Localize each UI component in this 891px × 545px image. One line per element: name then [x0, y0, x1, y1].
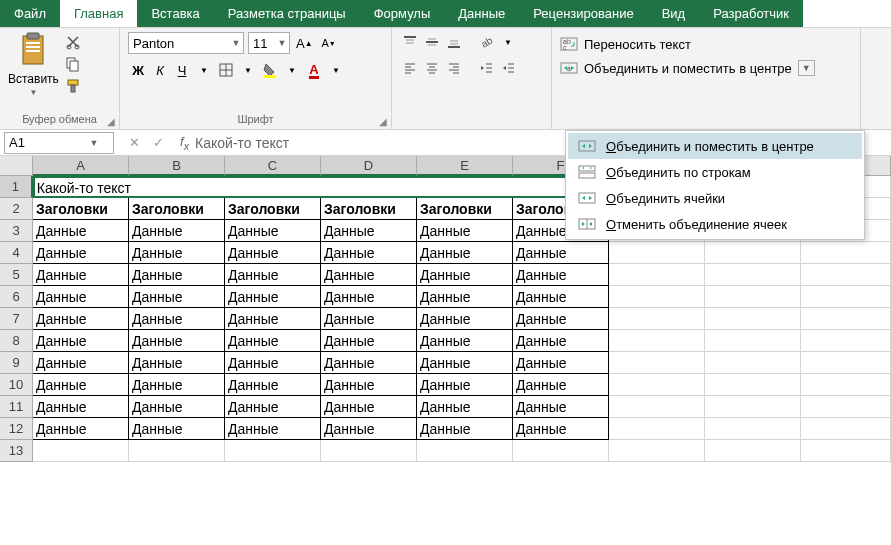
- tab-developer[interactable]: Разработчик: [699, 0, 803, 27]
- cell[interactable]: [321, 440, 417, 462]
- cell[interactable]: Данные: [417, 264, 513, 286]
- row-header-1[interactable]: 1: [0, 176, 33, 198]
- cell[interactable]: Данные: [417, 374, 513, 396]
- font-size-dropdown[interactable]: ▼: [275, 38, 289, 48]
- cell[interactable]: Данные: [225, 308, 321, 330]
- cell[interactable]: [801, 352, 891, 374]
- cell[interactable]: [609, 242, 705, 264]
- cell[interactable]: [609, 418, 705, 440]
- orientation-button[interactable]: ab: [476, 32, 496, 52]
- cell[interactable]: Заголовки: [417, 198, 513, 220]
- cell[interactable]: Данные: [321, 242, 417, 264]
- cell[interactable]: [513, 440, 609, 462]
- cell[interactable]: [705, 418, 801, 440]
- cell[interactable]: [609, 286, 705, 308]
- cell[interactable]: [129, 440, 225, 462]
- cell[interactable]: Данные: [417, 352, 513, 374]
- cell[interactable]: Данные: [513, 352, 609, 374]
- increase-font-button[interactable]: A▲: [294, 33, 315, 53]
- cell[interactable]: [705, 352, 801, 374]
- merge-dropdown-button[interactable]: ▼: [798, 60, 815, 76]
- cell[interactable]: Данные: [129, 220, 225, 242]
- tab-file[interactable]: Файл: [0, 0, 60, 27]
- cell[interactable]: [705, 330, 801, 352]
- cell[interactable]: Данные: [321, 352, 417, 374]
- cell[interactable]: Данные: [417, 308, 513, 330]
- row-header-3[interactable]: 3: [0, 220, 33, 242]
- cell[interactable]: Данные: [33, 264, 129, 286]
- cell[interactable]: [801, 286, 891, 308]
- cell[interactable]: Данные: [417, 242, 513, 264]
- name-box-dropdown[interactable]: ▼: [87, 138, 101, 148]
- cell[interactable]: [801, 440, 891, 462]
- cell[interactable]: [705, 396, 801, 418]
- align-center-button[interactable]: [422, 58, 442, 78]
- font-size-combo[interactable]: ▼: [248, 32, 290, 54]
- cell[interactable]: [609, 396, 705, 418]
- row-header-2[interactable]: 2: [0, 198, 33, 220]
- col-header-C[interactable]: C: [225, 156, 321, 176]
- cell[interactable]: [801, 418, 891, 440]
- tab-home[interactable]: Главная: [60, 0, 137, 27]
- row-header-5[interactable]: 5: [0, 264, 33, 286]
- cell[interactable]: Данные: [225, 352, 321, 374]
- cell[interactable]: Данные: [417, 286, 513, 308]
- align-top-button[interactable]: [400, 32, 420, 52]
- cell[interactable]: Данные: [417, 396, 513, 418]
- col-header-B[interactable]: B: [129, 156, 225, 176]
- row-header-13[interactable]: 13: [0, 440, 33, 462]
- cell[interactable]: Данные: [225, 418, 321, 440]
- cell[interactable]: Заголовки: [225, 198, 321, 220]
- fill-color-button[interactable]: [260, 60, 280, 80]
- row-header-7[interactable]: 7: [0, 308, 33, 330]
- cell[interactable]: Данные: [33, 374, 129, 396]
- cell[interactable]: [801, 242, 891, 264]
- merged-cell-A1F1[interactable]: Какой-то текст: [33, 176, 605, 198]
- cell[interactable]: [801, 330, 891, 352]
- wrap-text-button[interactable]: abc Переносить текст: [560, 36, 691, 52]
- cell[interactable]: [705, 374, 801, 396]
- tab-formulas[interactable]: Формулы: [360, 0, 445, 27]
- cell[interactable]: [801, 374, 891, 396]
- cell[interactable]: Данные: [417, 330, 513, 352]
- font-name-input[interactable]: [129, 33, 229, 53]
- decrease-font-button[interactable]: A▼: [319, 33, 339, 53]
- name-box-input[interactable]: [5, 135, 87, 150]
- cell[interactable]: Заголовки: [33, 198, 129, 220]
- cell[interactable]: Данные: [33, 396, 129, 418]
- cell[interactable]: Данные: [33, 330, 129, 352]
- orientation-dropdown[interactable]: ▼: [498, 32, 518, 52]
- cell[interactable]: Заголовки: [129, 198, 225, 220]
- cell[interactable]: Данные: [33, 418, 129, 440]
- align-left-button[interactable]: [400, 58, 420, 78]
- underline-button[interactable]: Ч: [172, 60, 192, 80]
- cell[interactable]: Данные: [33, 286, 129, 308]
- bold-button[interactable]: Ж: [128, 60, 148, 80]
- clipboard-launcher[interactable]: ◢: [105, 115, 117, 127]
- cell[interactable]: [609, 264, 705, 286]
- cell[interactable]: Данные: [513, 330, 609, 352]
- cell[interactable]: Данные: [33, 242, 129, 264]
- cell[interactable]: [609, 308, 705, 330]
- cell[interactable]: Данные: [129, 418, 225, 440]
- tab-page-layout[interactable]: Разметка страницы: [214, 0, 360, 27]
- cell[interactable]: [705, 286, 801, 308]
- cell[interactable]: Данные: [321, 220, 417, 242]
- cell[interactable]: Данные: [321, 396, 417, 418]
- cell[interactable]: Данные: [513, 374, 609, 396]
- row-header-8[interactable]: 8: [0, 330, 33, 352]
- font-name-dropdown[interactable]: ▼: [229, 38, 243, 48]
- align-right-button[interactable]: [444, 58, 464, 78]
- col-header-A[interactable]: A: [33, 156, 129, 176]
- cell[interactable]: Данные: [225, 220, 321, 242]
- confirm-edit-button[interactable]: ✓: [150, 135, 166, 151]
- underline-dropdown[interactable]: ▼: [194, 60, 214, 80]
- merge-center-button[interactable]: a Объединить и поместить в центре ▼: [560, 60, 815, 76]
- borders-button[interactable]: [216, 60, 236, 80]
- tab-data[interactable]: Данные: [444, 0, 519, 27]
- row-header-9[interactable]: 9: [0, 352, 33, 374]
- cell[interactable]: Данные: [321, 374, 417, 396]
- cell[interactable]: Данные: [513, 264, 609, 286]
- cell[interactable]: [33, 440, 129, 462]
- name-box[interactable]: ▼: [4, 132, 114, 154]
